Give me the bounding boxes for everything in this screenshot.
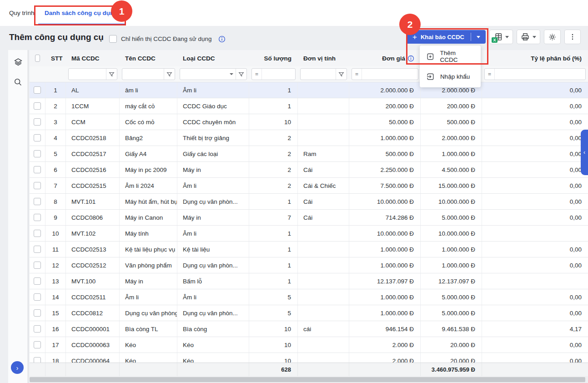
tab-quy-trinh[interactable]: Quy trình	[9, 0, 35, 26]
cell-ratio: 4,17	[482, 321, 588, 337]
row-checkbox[interactable]	[34, 134, 41, 141]
search-icon[interactable]	[13, 77, 23, 87]
export-excel-button[interactable]: X	[489, 30, 513, 44]
table-row[interactable]: 21CCMmáy cắt cỏCCDC Giáo dục1200.000 Đ20…	[30, 98, 588, 114]
table-row[interactable]: 17CCDC000063KéoKéo102.000 Đ20.000 Đ0,00	[30, 337, 588, 353]
cell-stt: 15	[45, 305, 66, 321]
info-icon[interactable]	[407, 55, 414, 62]
summary-row: 628 3.460.975.959 Đ	[30, 363, 588, 376]
filter-input[interactable]	[262, 69, 295, 80]
row-checkbox[interactable]	[34, 309, 41, 317]
cell-type: Dụng cụ văn phòn...	[177, 257, 249, 273]
row-checkbox[interactable]	[34, 246, 41, 253]
row-checkbox[interactable]	[34, 102, 41, 110]
cell-ratio: 0,00	[482, 210, 588, 225]
settings-button[interactable]	[544, 30, 561, 44]
row-checkbox[interactable]	[34, 230, 41, 237]
row-checkbox[interactable]	[34, 341, 41, 348]
cell-code: CCDC02511	[66, 289, 120, 305]
table-row[interactable]: 4CCDC02518Bảng2Thiết bị trợ giảng21.000.…	[30, 130, 588, 146]
header-so-luong[interactable]: Số lượng	[249, 50, 298, 66]
table-row[interactable]: 3CCMCốc có mỏCCDC chuyên môn1050.000 Đ50…	[30, 114, 588, 130]
table-row[interactable]: 12CCDC02512Văn phòng phẩmDụng cụ văn phò…	[30, 257, 588, 273]
equals-operator[interactable]: =	[352, 69, 362, 80]
filter-input[interactable]	[362, 69, 418, 80]
header-ty-le[interactable]: Tỷ lệ phân bổ (%)	[482, 50, 588, 66]
cell-unit	[298, 98, 349, 114]
table-row[interactable]: 6CCDC02516Máy in pc 2009Máy in2Cái2.250.…	[30, 162, 588, 178]
header-don-vi-tinh[interactable]: Đơn vị tính	[298, 50, 349, 66]
filter-funnel-button[interactable]	[164, 69, 175, 80]
show-using-checkbox[interactable]	[109, 35, 117, 43]
table-row[interactable]: 9CCDC0806Máy in CanonMáy in7Cái714.286 Đ…	[30, 210, 588, 226]
cell-stt: 2	[45, 98, 66, 114]
filter-cell	[120, 66, 177, 82]
layers-icon[interactable]	[13, 57, 23, 67]
table-row[interactable]: 7CCDC02515Âm li 2024Âm li2Cái & Chiếc7.5…	[30, 178, 588, 194]
filter-input[interactable]	[122, 69, 164, 80]
tab-quy-trinh-label: Quy trình	[9, 10, 35, 16]
filter-funnel-button[interactable]	[336, 69, 347, 80]
row-checkbox[interactable]	[34, 182, 41, 189]
row-checkbox[interactable]	[34, 357, 41, 363]
row-checkbox[interactable]	[34, 262, 41, 269]
info-icon[interactable]	[218, 35, 226, 43]
table-row[interactable]: 13MVT.100Máy inBấm lỗ112.137.097 Đ12.137…	[30, 273, 588, 289]
filter-input[interactable]	[69, 69, 106, 80]
cell-unit: Cái	[298, 210, 349, 225]
table-row[interactable]: 10MVT.102Máy tínhÂm li110.000.000 Đ10.00…	[30, 226, 588, 242]
row-checkbox[interactable]	[34, 166, 41, 173]
table-row[interactable]: 1ALâm liÂm li12.000.000 Đ2.000.000 Đ0,00	[30, 82, 588, 98]
row-checkbox[interactable]	[34, 198, 41, 205]
row-checkbox[interactable]	[34, 214, 41, 221]
scrollbar-thumb[interactable]	[30, 377, 585, 382]
filter-funnel-button[interactable]	[106, 69, 117, 80]
menu-item-them-ccdc[interactable]: Thêm CCDC	[420, 46, 481, 66]
row-checkbox[interactable]	[34, 150, 41, 157]
row-checkbox[interactable]	[34, 277, 41, 285]
print-button[interactable]	[517, 30, 540, 44]
select-all-checkbox[interactable]	[35, 55, 40, 62]
filter-input[interactable]	[495, 69, 585, 80]
chevron-down-icon	[477, 36, 480, 38]
khai-bao-dropdown-toggle[interactable]	[471, 36, 486, 38]
cell-stt: 5	[45, 146, 66, 161]
cell-ratio: 0,00	[482, 98, 588, 114]
filter-select-input[interactable]	[180, 69, 227, 80]
header-ten-ccdc[interactable]: Tên CCDC	[120, 50, 177, 66]
table-row[interactable]: 5CCDC02517Giấy A4Giấy các loại2Ram500.00…	[30, 146, 588, 162]
header-ma-ccdc[interactable]: Mã CCDC	[66, 50, 120, 66]
header-don-gia[interactable]: Đơn giá	[349, 50, 421, 66]
row-checkbox[interactable]	[34, 325, 41, 333]
filter-funnel-button[interactable]	[236, 69, 246, 80]
khai-bao-ccdc-button[interactable]: + Khai báo CCDC	[406, 30, 486, 44]
table-row[interactable]: 11CCDC02513Kệ tài liệu phục vụ phò...Kệ …	[30, 242, 588, 257]
cell-code: MVT.101	[66, 194, 120, 209]
filter-dropdown-button[interactable]	[227, 69, 236, 80]
header-stt[interactable]: STT	[45, 50, 66, 66]
cell-qty: 1	[249, 242, 298, 257]
cell-stt: 4	[45, 130, 66, 146]
cell-stt: 18	[45, 353, 66, 363]
equals-operator[interactable]: =	[485, 69, 495, 80]
table-row[interactable]: 15CCDC0812Dụng cụ văn phòngDụng cụ văn p…	[30, 305, 588, 321]
collapse-panel-handle[interactable]: ‹	[581, 130, 588, 175]
row-checkbox[interactable]	[34, 293, 41, 301]
chevron-down-icon	[505, 36, 509, 38]
equals-operator[interactable]: =	[252, 69, 262, 80]
filter-cell	[30, 66, 45, 82]
header-loai-ccdc[interactable]: Loại CCDC	[177, 50, 249, 66]
more-options-button[interactable]	[564, 30, 581, 44]
menu-item-nhap-khau[interactable]: Nhập khẩu	[420, 66, 481, 86]
table-row[interactable]: 16CCDC000001Bìa còng TLBìa còng10cái946.…	[30, 321, 588, 337]
expand-panel-button[interactable]: ›	[11, 361, 24, 374]
row-checkbox[interactable]	[34, 86, 41, 94]
table-row[interactable]: 14CCDC02511Âm liÂm li51.000.000 Đ5.000.0…	[30, 289, 588, 305]
table-row[interactable]: 18CCDC000064KéoKéo102.000 Đ20.000 Đ0,00	[30, 353, 588, 363]
cell-qty: 1	[249, 226, 298, 241]
row-checkbox[interactable]	[34, 118, 41, 126]
table-row[interactable]: 8MVT.101Máy hút ẩm, hút bụiDụng cụ văn p…	[30, 194, 588, 210]
filter-input[interactable]	[301, 69, 336, 80]
cell-code: 1CCM	[66, 98, 120, 114]
cell-ratio: 0,00	[482, 337, 588, 353]
